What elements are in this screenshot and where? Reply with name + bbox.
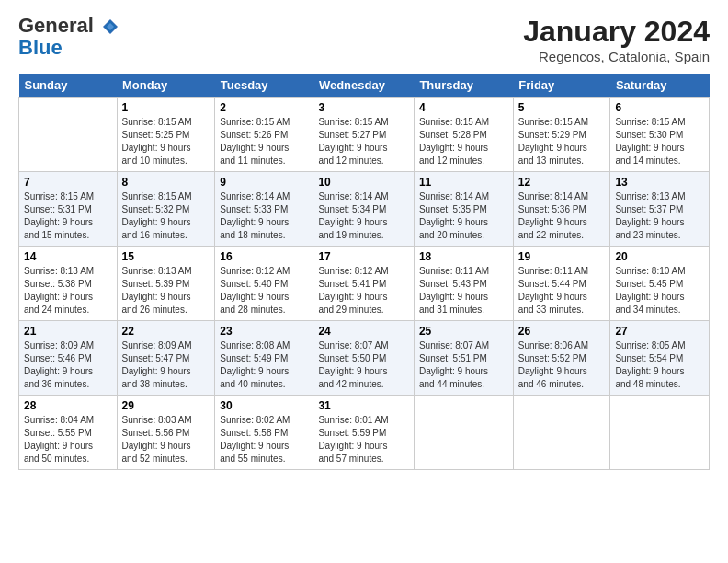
calendar-cell	[610, 396, 710, 470]
day-info: Sunrise: 8:15 AM Sunset: 5:25 PM Dayligh…	[122, 116, 210, 167]
day-number: 15	[122, 250, 210, 263]
day-number: 23	[220, 325, 308, 338]
calendar-cell: 2Sunrise: 8:15 AM Sunset: 5:26 PM Daylig…	[215, 98, 313, 172]
day-number: 10	[318, 176, 409, 189]
day-info: Sunrise: 8:02 AM Sunset: 5:58 PM Dayligh…	[220, 414, 308, 465]
day-number: 1	[122, 101, 210, 114]
day-number: 7	[24, 176, 112, 189]
calendar-table: SundayMondayTuesdayWednesdayThursdayFrid…	[18, 74, 710, 470]
calendar-cell: 1Sunrise: 8:15 AM Sunset: 5:25 PM Daylig…	[117, 98, 215, 172]
weekday-header-friday: Friday	[513, 74, 610, 98]
day-number: 11	[419, 176, 508, 189]
day-number: 3	[318, 101, 409, 114]
week-row-3: 14Sunrise: 8:13 AM Sunset: 5:38 PM Dayli…	[19, 247, 710, 321]
day-number: 9	[220, 176, 308, 189]
calendar-cell: 6Sunrise: 8:15 AM Sunset: 5:30 PM Daylig…	[610, 98, 710, 172]
day-info: Sunrise: 8:09 AM Sunset: 5:47 PM Dayligh…	[122, 339, 210, 391]
day-number: 4	[419, 101, 508, 114]
day-number: 13	[615, 176, 704, 189]
day-info: Sunrise: 8:15 AM Sunset: 5:30 PM Dayligh…	[615, 116, 704, 167]
day-number: 17	[318, 250, 409, 263]
calendar-cell	[414, 396, 513, 470]
calendar-cell	[513, 396, 610, 470]
calendar-cell: 20Sunrise: 8:10 AM Sunset: 5:45 PM Dayli…	[610, 247, 710, 321]
day-number: 30	[220, 399, 308, 412]
day-info: Sunrise: 8:14 AM Sunset: 5:34 PM Dayligh…	[318, 190, 409, 242]
day-info: Sunrise: 8:07 AM Sunset: 5:50 PM Dayligh…	[318, 339, 409, 391]
day-info: Sunrise: 8:15 AM Sunset: 5:28 PM Dayligh…	[419, 116, 508, 167]
day-number: 2	[220, 101, 308, 114]
day-info: Sunrise: 8:06 AM Sunset: 5:52 PM Dayligh…	[518, 339, 606, 391]
day-info: Sunrise: 8:14 AM Sunset: 5:36 PM Dayligh…	[518, 190, 606, 242]
weekday-header-monday: Monday	[117, 74, 215, 98]
calendar-cell: 19Sunrise: 8:11 AM Sunset: 5:44 PM Dayli…	[513, 247, 610, 321]
calendar-cell: 16Sunrise: 8:12 AM Sunset: 5:40 PM Dayli…	[215, 247, 313, 321]
week-row-5: 28Sunrise: 8:04 AM Sunset: 5:55 PM Dayli…	[19, 396, 710, 470]
day-info: Sunrise: 8:10 AM Sunset: 5:45 PM Dayligh…	[615, 265, 704, 316]
day-number: 22	[122, 325, 210, 338]
weekday-header-tuesday: Tuesday	[215, 74, 313, 98]
calendar-cell: 12Sunrise: 8:14 AM Sunset: 5:36 PM Dayli…	[513, 172, 610, 247]
day-number: 28	[24, 399, 112, 412]
weekday-header-sunday: Sunday	[19, 74, 118, 98]
day-number: 20	[615, 250, 704, 263]
calendar-cell: 14Sunrise: 8:13 AM Sunset: 5:38 PM Dayli…	[19, 247, 118, 321]
header: General Blue January 2024 Regencos, Cata…	[18, 15, 710, 64]
calendar-cell: 13Sunrise: 8:13 AM Sunset: 5:37 PM Dayli…	[610, 172, 710, 247]
calendar-cell: 28Sunrise: 8:04 AM Sunset: 5:55 PM Dayli…	[19, 396, 118, 470]
day-info: Sunrise: 8:13 AM Sunset: 5:39 PM Dayligh…	[122, 265, 210, 316]
calendar-cell: 7Sunrise: 8:15 AM Sunset: 5:31 PM Daylig…	[19, 172, 118, 247]
day-info: Sunrise: 8:07 AM Sunset: 5:51 PM Dayligh…	[419, 339, 508, 391]
calendar-cell: 30Sunrise: 8:02 AM Sunset: 5:58 PM Dayli…	[215, 396, 313, 470]
calendar-cell: 15Sunrise: 8:13 AM Sunset: 5:39 PM Dayli…	[117, 247, 215, 321]
week-row-2: 7Sunrise: 8:15 AM Sunset: 5:31 PM Daylig…	[19, 172, 710, 247]
day-info: Sunrise: 8:01 AM Sunset: 5:59 PM Dayligh…	[318, 414, 409, 465]
day-number: 21	[24, 325, 112, 338]
calendar-cell: 22Sunrise: 8:09 AM Sunset: 5:47 PM Dayli…	[117, 321, 215, 396]
calendar-cell: 3Sunrise: 8:15 AM Sunset: 5:27 PM Daylig…	[313, 98, 415, 172]
day-number: 19	[518, 250, 606, 263]
day-info: Sunrise: 8:12 AM Sunset: 5:41 PM Dayligh…	[318, 265, 409, 316]
week-row-1: 1Sunrise: 8:15 AM Sunset: 5:25 PM Daylig…	[19, 98, 710, 172]
calendar-cell: 26Sunrise: 8:06 AM Sunset: 5:52 PM Dayli…	[513, 321, 610, 396]
day-info: Sunrise: 8:11 AM Sunset: 5:44 PM Dayligh…	[518, 265, 606, 316]
calendar-cell: 8Sunrise: 8:15 AM Sunset: 5:32 PM Daylig…	[117, 172, 215, 247]
day-number: 14	[24, 250, 112, 263]
day-number: 29	[122, 399, 210, 412]
logo-general: General	[18, 15, 119, 37]
day-info: Sunrise: 8:15 AM Sunset: 5:31 PM Dayligh…	[24, 190, 112, 242]
day-info: Sunrise: 8:12 AM Sunset: 5:40 PM Dayligh…	[220, 265, 308, 316]
weekday-header-thursday: Thursday	[414, 74, 513, 98]
day-info: Sunrise: 8:08 AM Sunset: 5:49 PM Dayligh…	[220, 339, 308, 391]
title-block: January 2024 Regencos, Catalonia, Spain	[523, 15, 710, 64]
day-info: Sunrise: 8:09 AM Sunset: 5:46 PM Dayligh…	[24, 339, 112, 391]
calendar-cell: 31Sunrise: 8:01 AM Sunset: 5:59 PM Dayli…	[313, 396, 415, 470]
day-info: Sunrise: 8:13 AM Sunset: 5:37 PM Dayligh…	[615, 190, 704, 242]
day-info: Sunrise: 8:04 AM Sunset: 5:55 PM Dayligh…	[24, 414, 112, 465]
day-info: Sunrise: 8:15 AM Sunset: 5:27 PM Dayligh…	[318, 116, 409, 167]
weekday-header-wednesday: Wednesday	[313, 74, 415, 98]
day-number: 5	[518, 101, 606, 114]
day-info: Sunrise: 8:14 AM Sunset: 5:35 PM Dayligh…	[419, 190, 508, 242]
day-info: Sunrise: 8:03 AM Sunset: 5:56 PM Dayligh…	[122, 414, 210, 465]
day-info: Sunrise: 8:11 AM Sunset: 5:43 PM Dayligh…	[419, 265, 508, 316]
day-number: 18	[419, 250, 508, 263]
calendar-cell: 9Sunrise: 8:14 AM Sunset: 5:33 PM Daylig…	[215, 172, 313, 247]
day-info: Sunrise: 8:15 AM Sunset: 5:32 PM Dayligh…	[122, 190, 210, 242]
day-number: 16	[220, 250, 308, 263]
calendar-cell: 29Sunrise: 8:03 AM Sunset: 5:56 PM Dayli…	[117, 396, 215, 470]
logo-blue: Blue	[18, 37, 119, 59]
week-row-4: 21Sunrise: 8:09 AM Sunset: 5:46 PM Dayli…	[19, 321, 710, 396]
calendar-subtitle: Regencos, Catalonia, Spain	[523, 49, 710, 64]
calendar-cell: 21Sunrise: 8:09 AM Sunset: 5:46 PM Dayli…	[19, 321, 118, 396]
day-number: 24	[318, 325, 409, 338]
logo: General Blue	[18, 15, 119, 59]
calendar-cell: 18Sunrise: 8:11 AM Sunset: 5:43 PM Dayli…	[414, 247, 513, 321]
day-number: 26	[518, 325, 606, 338]
calendar-cell: 10Sunrise: 8:14 AM Sunset: 5:34 PM Dayli…	[313, 172, 415, 247]
weekday-header-row: SundayMondayTuesdayWednesdayThursdayFrid…	[19, 74, 710, 98]
calendar-cell: 23Sunrise: 8:08 AM Sunset: 5:49 PM Dayli…	[215, 321, 313, 396]
calendar-cell: 24Sunrise: 8:07 AM Sunset: 5:50 PM Dayli…	[313, 321, 415, 396]
day-number: 8	[122, 176, 210, 189]
calendar-cell: 4Sunrise: 8:15 AM Sunset: 5:28 PM Daylig…	[414, 98, 513, 172]
